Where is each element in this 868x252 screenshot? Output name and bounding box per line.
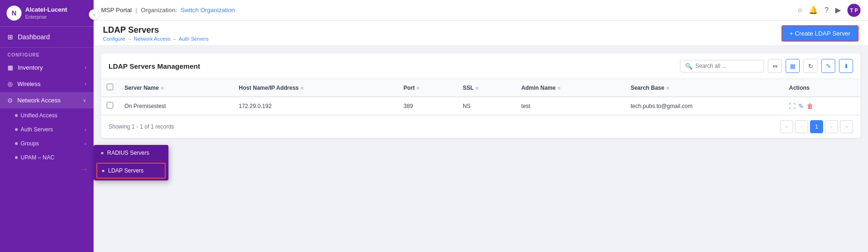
switch-org-link[interactable]: Switch Organization — [181, 7, 235, 14]
columns-button[interactable]: ▦ — [786, 59, 800, 73]
main-content: MSP Portal | Organization: Switch Organi… — [94, 0, 868, 252]
msp-portal-link[interactable]: MSP Portal — [101, 7, 132, 14]
card-header-toolbar: 🔍 ⇔ ▦ ↻ ✎ ⬇ — [680, 59, 853, 73]
cell-port: 389 — [398, 97, 457, 115]
ldap-management-card: LDAP Servers Management 🔍 ⇔ ▦ ↻ ✎ ⬇ — [101, 53, 861, 138]
page-1-button[interactable]: 1 — [810, 120, 823, 133]
sort-icon[interactable]: ≡ — [300, 85, 303, 91]
table-row: On Premisestest 172.29.0.192 389 NS test… — [101, 97, 861, 115]
chevron-right-icon: › — [85, 81, 86, 86]
search-box[interactable]: 🔍 — [680, 60, 764, 72]
topnav-right: ○ 🔔 ? ▶ T P — [797, 4, 861, 17]
card-footer: Showing 1 - 1 of 1 records « ‹ 1 › » — [101, 115, 861, 138]
notification-icon[interactable]: 🔔 — [809, 6, 818, 14]
ldap-servers-table: Server Name ≡ Host Name/IP Address ≡ — [101, 79, 861, 115]
records-info: Showing 1 - 1 of 1 records — [109, 123, 174, 130]
sidebar-item-wireless[interactable]: ◎ Wireless › — [0, 76, 94, 92]
search-icon[interactable]: ○ — [797, 6, 802, 14]
last-page-button[interactable]: » — [840, 120, 853, 133]
col-host-name: Host Name/IP Address ≡ — [233, 79, 398, 97]
unified-access-label: Unified Access — [21, 112, 58, 119]
ldap-servers-label: LDAP Servers — [108, 167, 144, 174]
search-icon: 🔍 — [685, 63, 693, 70]
search-input[interactable] — [695, 63, 751, 69]
row-checkbox[interactable] — [107, 102, 113, 108]
bullet-icon — [15, 156, 18, 159]
sidebar-sub-unified-access[interactable]: Unified Access — [0, 108, 94, 122]
network-access-icon: ⊙ — [7, 97, 13, 104]
sidebar-item-network-access[interactable]: ⊙ Network Access ∨ — [0, 92, 94, 108]
sort-icon[interactable]: ≡ — [666, 85, 669, 91]
auth-servers-label: Auth Servers — [21, 126, 53, 133]
action-icons: ⛶ ✎ 🗑 — [789, 102, 855, 110]
settings-icon[interactable]: ▶ — [835, 6, 841, 14]
select-all-header — [101, 79, 119, 97]
bullet-icon — [15, 142, 18, 145]
sidebar-sub-groups[interactable]: Groups › — [0, 137, 94, 151]
sidebar-item-inventory[interactable]: ▦ Inventory › — [0, 59, 94, 76]
prev-page-button[interactable]: ‹ — [795, 120, 808, 133]
select-all-checkbox[interactable] — [107, 84, 113, 90]
breadcrumb-auth-servers[interactable]: Auth Servers — [179, 36, 209, 42]
chevron-right-icon: › — [85, 127, 86, 132]
bullet-icon — [102, 170, 104, 172]
sort-icon[interactable]: ≡ — [475, 85, 478, 91]
edit-button[interactable]: ✎ — [821, 59, 835, 73]
chevron-right-icon: › — [85, 141, 86, 146]
user-avatar[interactable]: T P — [847, 4, 861, 17]
page-header: LDAP Servers Configure – Network Access … — [94, 21, 868, 46]
submenu-radius-servers[interactable]: RADIUS Servers — [94, 145, 168, 161]
table-header-row: Server Name ≡ Host Name/IP Address ≡ — [101, 79, 861, 97]
breadcrumb-network-access[interactable]: Network Access — [134, 36, 170, 42]
separator: | — [136, 7, 137, 14]
col-server-name: Server Name ≡ — [119, 79, 233, 97]
content-area: LDAP Servers Management 🔍 ⇔ ▦ ↻ ✎ ⬇ — [94, 46, 868, 252]
sidebar-sub-auth-servers[interactable]: Auth Servers › — [0, 122, 94, 137]
bullet-icon — [15, 114, 18, 117]
refresh-button[interactable]: ↻ — [803, 59, 817, 73]
upam-nac-label: UPAM – NAC — [21, 154, 54, 161]
expand-icon-button[interactable]: ⇔ — [768, 59, 782, 73]
page-title: LDAP Servers — [103, 25, 209, 35]
cell-actions: ⛶ ✎ 🗑 — [783, 97, 861, 115]
breadcrumb-configure[interactable]: Configure — [103, 36, 125, 42]
download-button[interactable]: ⬇ — [839, 59, 853, 73]
cell-host-name: 172.29.0.192 — [233, 97, 398, 115]
next-page-button[interactable]: › — [825, 120, 838, 133]
sidebar: ‹ N Alcatel-Lucent Enterprise ⊞ Dashboar… — [0, 0, 94, 252]
edit-row-icon[interactable]: ✎ — [798, 102, 804, 110]
dashboard-icon: ⊞ — [7, 33, 13, 41]
delete-row-icon[interactable]: 🗑 — [807, 102, 813, 110]
groups-label: Groups — [21, 140, 39, 147]
cell-admin-name: test — [516, 97, 625, 115]
sort-icon[interactable]: ≡ — [416, 85, 419, 91]
network-access-label: Network Access — [17, 97, 60, 104]
collapse-button[interactable]: ‹ — [89, 9, 99, 20]
card-title: LDAP Servers Management — [109, 62, 200, 70]
arrow-indicator: → — [80, 165, 88, 174]
submenu-ldap-servers[interactable]: LDAP Servers — [96, 163, 166, 179]
sidebar-sub-upam-nac[interactable]: UPAM – NAC — [0, 151, 94, 165]
first-page-button[interactable]: « — [780, 120, 793, 133]
breadcrumb: Configure – Network Access – Auth Server… — [103, 36, 209, 42]
create-ldap-server-button[interactable]: + Create LDAP Server — [781, 25, 859, 42]
sort-icon[interactable]: ≡ — [557, 85, 560, 91]
chevron-down-icon: ∨ — [83, 98, 86, 103]
configure-section-label: CONFIGURE — [0, 48, 94, 59]
auth-servers-submenu: RADIUS Servers LDAP Servers — [94, 145, 168, 180]
dashboard-label: Dashboard — [18, 33, 50, 41]
org-label: Organization: — [141, 7, 177, 14]
sort-icon[interactable]: ≡ — [160, 85, 163, 91]
wireless-label: Wireless — [17, 80, 41, 87]
bullet-icon — [101, 152, 103, 154]
sidebar-item-dashboard[interactable]: ⊞ Dashboard — [0, 27, 94, 48]
col-admin-name: Admin Name ≡ — [516, 79, 625, 97]
col-ssl: SSL ≡ — [457, 79, 516, 97]
bullet-icon — [15, 128, 18, 131]
help-icon[interactable]: ? — [824, 6, 829, 14]
page-header-left: LDAP Servers Configure – Network Access … — [103, 25, 209, 42]
wireless-icon: ◎ — [7, 80, 13, 87]
expand-row-icon[interactable]: ⛶ — [789, 102, 795, 110]
logo-icon: N — [7, 6, 22, 21]
cell-server-name: On Premisestest — [119, 97, 233, 115]
